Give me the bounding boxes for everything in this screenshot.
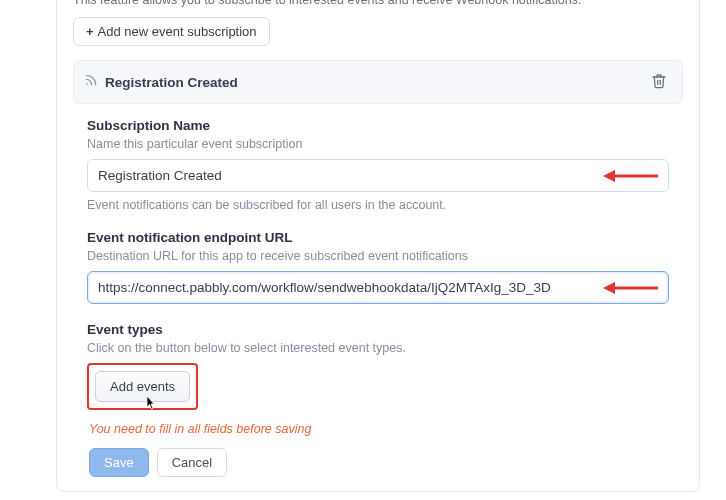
svg-point-0: [86, 83, 88, 85]
annotation-highlight-box: Add events: [87, 363, 198, 410]
subscription-name-note: Event notifications can be subscribed fo…: [87, 198, 669, 212]
subscription-form: Subscription Name Name this particular e…: [73, 104, 683, 477]
subscription-name-block: Subscription Name Name this particular e…: [87, 118, 669, 212]
validation-warning: You need to fill in all fields before sa…: [87, 422, 669, 436]
plus-icon: +: [86, 24, 94, 39]
subscription-name-input[interactable]: [87, 159, 669, 192]
endpoint-url-help: Destination URL for this app to receive …: [87, 249, 669, 263]
event-types-block: Event types Click on the button below to…: [87, 322, 669, 410]
subscription-header[interactable]: Registration Created: [73, 60, 683, 104]
subscription-name-label: Subscription Name: [87, 118, 669, 133]
endpoint-url-block: Event notification endpoint URL Destinat…: [87, 230, 669, 304]
webhook-settings-panel: This feature allows you to subscribe to …: [56, 0, 700, 492]
add-subscription-label: Add new event subscription: [98, 24, 257, 39]
event-types-help: Click on the button below to select inte…: [87, 341, 669, 355]
event-types-label: Event types: [87, 322, 669, 337]
add-events-button[interactable]: Add events: [95, 371, 190, 402]
feature-description: This feature allows you to subscribe to …: [73, 0, 683, 7]
add-subscription-button[interactable]: + Add new event subscription: [73, 17, 270, 46]
subscription-name-help: Name this particular event subscription: [87, 137, 669, 151]
rss-icon: [84, 73, 98, 91]
endpoint-url-input-wrap: [87, 271, 669, 304]
subscription-name-input-wrap: [87, 159, 669, 192]
trash-icon: [651, 73, 667, 92]
endpoint-url-label: Event notification endpoint URL: [87, 230, 669, 245]
subscription-header-left: Registration Created: [84, 73, 238, 91]
endpoint-url-input[interactable]: [87, 271, 669, 304]
delete-subscription-button[interactable]: [646, 69, 672, 95]
save-button[interactable]: Save: [89, 448, 149, 477]
cancel-button[interactable]: Cancel: [157, 448, 227, 477]
form-actions: Save Cancel: [87, 448, 669, 477]
subscription-title: Registration Created: [105, 75, 238, 90]
